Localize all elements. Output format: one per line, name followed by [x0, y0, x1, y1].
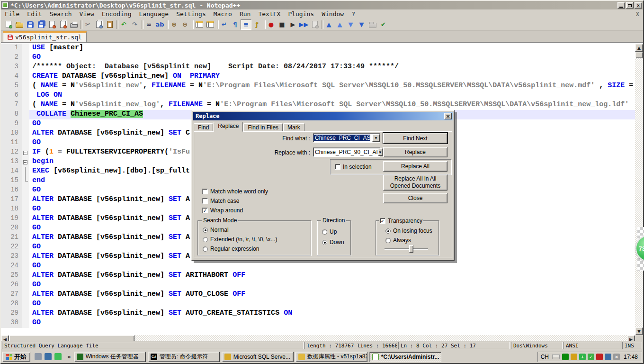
vertical-scrollbar[interactable]: ▲ ▼	[635, 44, 643, 335]
search-mode-normal-radio[interactable]: Normal	[203, 227, 229, 233]
menu-textfx[interactable]: TextFX	[254, 10, 284, 18]
taskbar-button-db[interactable]: 数据库属性 - v51sp1a82	[295, 352, 367, 362]
menu-search[interactable]: Search	[46, 10, 76, 18]
menu--[interactable]: ?	[348, 10, 359, 18]
shield-icon[interactable]: ✓	[588, 354, 594, 360]
code-line-2[interactable]: 2GO	[1, 53, 635, 63]
replace-with-combobox[interactable]: Chinese_PRC_90_CI_AI ▼	[313, 147, 380, 157]
play-macro-icon[interactable]: ▶	[287, 19, 298, 30]
match-case-checkbox[interactable]: Match case	[202, 198, 239, 204]
menu-edit[interactable]: Edit	[23, 10, 45, 18]
language-indicator[interactable]: CH	[541, 354, 550, 360]
direction-down-radio[interactable]: Down	[322, 239, 344, 246]
fold-collapse-icon[interactable]	[22, 148, 29, 157]
menu-encoding[interactable]: Encoding	[98, 10, 135, 18]
replace-all-button[interactable]: Replace All	[383, 161, 447, 172]
close-file-icon[interactable]	[46, 19, 57, 30]
combo-dropdown-icon[interactable]: ▼	[378, 148, 383, 156]
replace-icon[interactable]: ab	[154, 19, 165, 30]
scroll-down-icon[interactable]: ▼	[635, 327, 643, 335]
tab-v56splinit_str-sql[interactable]: v56splinit_str.sql	[3, 31, 87, 42]
menu-close-doc-icon[interactable]: X	[636, 11, 639, 18]
code-line-25[interactable]: 25ALTER DATABASE [v56splinit_new] SET AR…	[1, 271, 635, 281]
key-user-icon[interactable]	[571, 354, 577, 360]
replace-all-open-docs-button[interactable]: Replace All in All Opened Documents	[383, 174, 447, 191]
spell-check-icon[interactable]: ✔	[378, 19, 389, 30]
copy-icon[interactable]	[93, 19, 104, 30]
code-line-30[interactable]: 30GO	[1, 318, 635, 328]
code-line-29[interactable]: 29ALTER DATABASE [v56splinit_new] SET AU…	[1, 309, 635, 318]
code-line-28[interactable]: 28GO	[1, 300, 635, 309]
clock[interactable]: 17:48	[622, 354, 638, 360]
code-line-3[interactable]: 3/****** Object: Database [v56splinit_ne…	[1, 63, 635, 72]
restore-button[interactable]	[626, 2, 634, 9]
transparency-on-losing-focus-radio[interactable]: On losing focus	[385, 228, 432, 234]
minimize-button[interactable]	[617, 2, 625, 9]
transparency-checkbox[interactable]: ✓ Transparency	[379, 218, 423, 224]
menu-settings[interactable]: Settings	[172, 10, 210, 18]
open-containing-folder-icon[interactable]	[367, 19, 378, 30]
taskbar-button-sql[interactable]: Microsoft SQL Serve...	[222, 352, 294, 362]
code-line-6[interactable]: 6 LOG ON	[1, 91, 635, 100]
search-mode-regex-radio[interactable]: Regular expression	[203, 246, 259, 252]
menu-file[interactable]: File	[1, 10, 23, 18]
server-shortcut-icon[interactable]	[35, 353, 42, 360]
cut-icon[interactable]: ✂	[82, 19, 93, 30]
code-line-5[interactable]: 5( NAME = N'v56splinit_new', FILENAME = …	[1, 82, 635, 91]
scroll-up-icon[interactable]: ▲	[635, 44, 643, 52]
direction-up-radio[interactable]: Up	[322, 228, 337, 235]
360-tray-icon[interactable]: +	[579, 354, 586, 360]
match-whole-word-checkbox[interactable]: Match whole word only	[202, 188, 268, 195]
menu-view[interactable]: View	[76, 10, 98, 18]
open-file-icon[interactable]	[14, 19, 25, 30]
menu-run[interactable]: Run	[236, 10, 254, 18]
close-all-icon[interactable]	[57, 19, 68, 30]
zoom-out-icon[interactable]: ⊖	[179, 19, 190, 30]
menu-window[interactable]: Window	[318, 10, 348, 18]
show-all-characters-icon[interactable]: ¶	[230, 19, 241, 30]
zoom-in-icon[interactable]: ⊕	[169, 19, 179, 30]
replace-dialog-titlebar[interactable]: Replace ×	[193, 112, 453, 120]
transparency-slider[interactable]	[385, 248, 428, 250]
function-list-icon[interactable]: ƒ	[251, 19, 262, 30]
taskbar-button-taskmgr[interactable]: Windows 任务管理器	[74, 352, 146, 362]
stop-recording-icon[interactable]: ■	[277, 19, 287, 30]
run-macro-multiple-icon[interactable]: ▶▶	[298, 19, 309, 30]
textfx-up-icon[interactable]: ▲	[334, 19, 345, 30]
fold-collapse-icon[interactable]	[22, 157, 29, 167]
textfx-last-icon[interactable]: ▼	[356, 19, 367, 30]
find-icon[interactable]: ∞	[143, 19, 154, 30]
security-alert-icon[interactable]	[596, 354, 603, 360]
search-mode-extended-radio[interactable]: Extended (\n, \r, \t, \0, \x...)	[203, 236, 277, 243]
word-wrap-icon[interactable]: ↵	[219, 19, 230, 30]
close-button[interactable]: ×	[635, 2, 642, 9]
sync-horizontal-icon[interactable]	[205, 19, 215, 30]
in-selection-checkbox[interactable]: In selection	[335, 164, 372, 170]
print-icon[interactable]	[68, 19, 79, 30]
undo-icon[interactable]: ↶	[118, 19, 129, 30]
find-next-button[interactable]: Find Next	[383, 133, 447, 144]
code-line-7[interactable]: 7( NAME = N'v56splinit_new_log', FILENAM…	[1, 100, 635, 110]
redo-icon[interactable]: ↷	[129, 19, 140, 30]
network-icon[interactable]	[605, 354, 611, 360]
sync-vertical-icon[interactable]	[194, 19, 205, 30]
menu-plugins[interactable]: Plugins	[284, 10, 318, 18]
textfx-down-icon[interactable]: ▼	[345, 19, 356, 30]
show-desktop-icon[interactable]	[45, 353, 52, 360]
replace-button[interactable]: Replace	[383, 147, 447, 157]
textfx-first-icon[interactable]: ▲	[323, 19, 334, 30]
indent-guide-icon[interactable]: ≡	[241, 19, 251, 30]
code-line-24[interactable]: 24GO	[1, 262, 635, 271]
code-line-26[interactable]: 26GO	[1, 281, 635, 290]
keyboard-icon[interactable]	[552, 354, 560, 359]
dialog-tab-replace[interactable]: Replace	[214, 122, 243, 132]
transparency-slider-thumb[interactable]	[409, 245, 413, 253]
save-macro-icon[interactable]	[309, 19, 320, 30]
code-line-1[interactable]: 1USE [master]	[1, 44, 635, 53]
menu-macro[interactable]: Macro	[210, 10, 236, 18]
code-line-4[interactable]: 4CREATE DATABASE [v56splinit_new] ON PRI…	[1, 72, 635, 82]
combo-dropdown-icon[interactable]: ▼	[372, 134, 380, 142]
paste-icon[interactable]	[104, 19, 115, 30]
taskbar-button-npp[interactable]: *C:\Users\Administr...	[369, 352, 441, 362]
code-line-27[interactable]: 27ALTER DATABASE [v56splinit_new] SET AU…	[1, 290, 635, 300]
